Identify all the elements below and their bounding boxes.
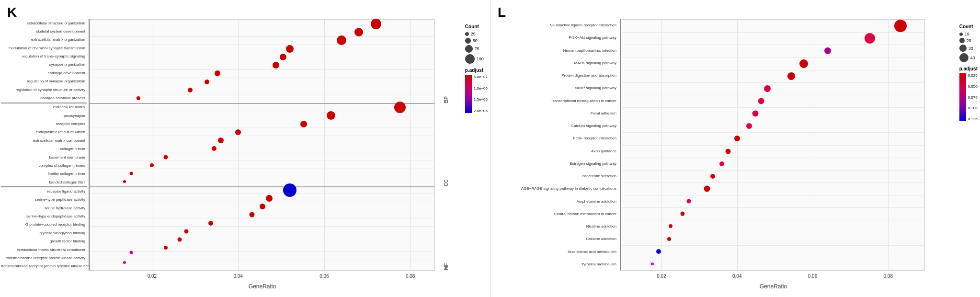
dot-mf-8	[164, 246, 168, 250]
x-tick-l-3: 0.06	[808, 274, 817, 279]
legend-l-padjust-title: p.adjust	[959, 66, 978, 71]
y-label-mf-2: serine−type peptidase activity	[1, 198, 87, 202]
y-label-cc-9: fibrillar collagen trimer	[1, 172, 87, 176]
dot-l-4	[799, 59, 808, 68]
dot-l-14	[704, 186, 710, 192]
dot-l-8	[752, 111, 758, 117]
y-label-bp-1: extracellular structure organization	[1, 22, 87, 25]
panel-k-label: K	[7, 5, 17, 20]
legend-l-count-20: 20	[959, 38, 978, 43]
legend-k-count-75-label: 75	[475, 46, 479, 51]
dot-cc-5	[218, 137, 224, 143]
y-label-mf-1: receptor ligand activity	[1, 190, 87, 194]
dot-cc-10	[123, 180, 126, 183]
x-tick-k-2: 0.04	[233, 274, 242, 279]
y-label-cc-6: collagen trimer	[1, 147, 87, 151]
legend-l-count-30-label: 30	[969, 46, 973, 51]
y-label-mf-4: serine−type endopeptidase activity	[1, 215, 87, 218]
section-label-mf: MF	[444, 199, 449, 270]
dot-l-18	[667, 237, 671, 241]
y-label-l-11: Axon guidance	[491, 149, 618, 153]
legend-l-p3: 0.075	[968, 95, 978, 100]
dot-mf-6	[184, 229, 189, 233]
y-label-l-3: Human papillomavirus infection	[491, 49, 618, 53]
dot-l-11	[725, 148, 730, 154]
dot-cc-4	[235, 129, 241, 135]
x-tick-l-2: 0.04	[732, 274, 741, 279]
dot-mf-7	[177, 238, 182, 242]
y-label-mf-10: transmembrane receptor protein tyrosine …	[1, 264, 87, 268]
y-label-l-18: Cocaine addiction	[491, 237, 618, 241]
legend-l-padjust: 0.025 0.050 0.075 0.100 0.125	[959, 73, 978, 121]
y-label-l-4: MAPK signaling pathway	[491, 61, 618, 65]
legend-l-p5: 0.125	[968, 117, 978, 121]
legend-k-count-100-label: 100	[477, 57, 484, 61]
legend-k-p2: 1.0e−06	[474, 86, 488, 91]
dot-bp-6	[273, 62, 279, 69]
y-label-l-6: cAMP signaling pathway	[491, 86, 618, 90]
dot-mf-9	[130, 251, 133, 254]
y-label-cc-2: postsynapse	[1, 114, 87, 118]
y-label-bp-9: regulation of synapse structure or activ…	[1, 88, 87, 92]
dot-mf-4	[249, 212, 254, 217]
y-label-l-20: Tyrosine metabolism	[491, 263, 618, 266]
dot-bp-2	[354, 28, 363, 36]
dot-cc-1	[394, 102, 406, 113]
y-label-mf-8: extracellular matrix structural constitu…	[1, 248, 87, 252]
y-label-l-10: ECM−receptor interaction	[491, 137, 618, 140]
x-axis-label-l: GeneRatio	[622, 283, 925, 290]
dot-l-17	[669, 224, 672, 228]
y-label-mf-9: transmembrane receptor protein kinase ac…	[1, 256, 87, 260]
dot-mf-3	[260, 204, 265, 209]
chart-l-area: 0.02 0.04 0.06 0.08	[622, 19, 925, 271]
x-axis-label-k: GeneRatio	[90, 283, 435, 290]
y-label-l-14: AGE−RAGE signaling pathway in diabetic c…	[491, 187, 618, 191]
legend-k-p3: 1.5e−06	[474, 97, 488, 102]
y-label-bp-5: regulation of trans−synaptic signaling	[1, 55, 87, 58]
y-label-l-2: PI3K−Akt signaling pathway	[491, 36, 618, 40]
legend-k-count-25: 25	[465, 32, 488, 36]
legend-k-padjust: 5.0e−07 1.0e−06 1.5e−06 2.0e−06	[465, 75, 488, 113]
y-label-cc-5: extracellular matrix component	[1, 139, 87, 143]
dot-l-5	[787, 72, 795, 80]
y-label-mf-7: growth factor binding	[1, 240, 87, 243]
dot-bp-8	[205, 80, 209, 84]
y-label-bp-10: collagen catabolic process	[1, 96, 87, 100]
x-tick-k-3: 0.06	[319, 274, 329, 279]
section-label-cc: CC	[444, 115, 449, 186]
dot-mf-2	[266, 195, 273, 202]
legend-k: Count 25 50 75 100 p.adjust 5.0e−07 1.0e…	[465, 24, 488, 113]
dot-l-3	[824, 47, 831, 54]
legend-l-count-10-label: 10	[965, 32, 969, 36]
x-tick-k-1: 0.02	[148, 274, 157, 279]
legend-l-p2: 0.050	[968, 84, 978, 89]
dot-cc-6	[212, 146, 217, 151]
legend-l-p4: 0.100	[968, 106, 978, 110]
y-label-bp-3: extracellular matrix organization	[1, 38, 87, 42]
legend-k-count-50: 50	[465, 38, 488, 44]
x-tick-l-1: 0.02	[657, 274, 666, 279]
dot-mf-10	[123, 261, 126, 264]
dot-l-19	[656, 249, 661, 254]
chart-k-area: BP CC MF 0.02	[90, 19, 435, 271]
dot-bp-10	[137, 96, 140, 100]
legend-k-p1: 5.0e−07	[474, 75, 488, 79]
x-tick-l-4: 0.08	[884, 274, 893, 279]
legend-k-count-75: 75	[465, 45, 488, 53]
dot-bp-5	[280, 54, 286, 60]
dot-l-15	[686, 199, 691, 204]
y-label-mf-3: serine hydrolase activity	[1, 206, 87, 210]
y-label-l-8: Focal adhesion	[491, 112, 618, 115]
legend-l-count-30: 30	[959, 45, 978, 52]
dot-bp-4	[286, 45, 294, 53]
dot-mf-5	[208, 221, 213, 226]
y-axis-left: extracellular structure organization ske…	[1, 19, 90, 271]
y-label-l-1: Neuroactive ligand−receptor interaction	[491, 23, 618, 27]
dot-cc-7	[164, 155, 168, 159]
legend-l-count-10: 10	[959, 32, 978, 36]
panel-l-label: L	[498, 5, 506, 20]
dot-bp-3	[337, 35, 346, 45]
legend-k-count-title: Count	[465, 24, 488, 29]
y-label-l-16: Central carbon metabolism in cancer	[491, 212, 618, 216]
dot-l-16	[681, 212, 685, 216]
